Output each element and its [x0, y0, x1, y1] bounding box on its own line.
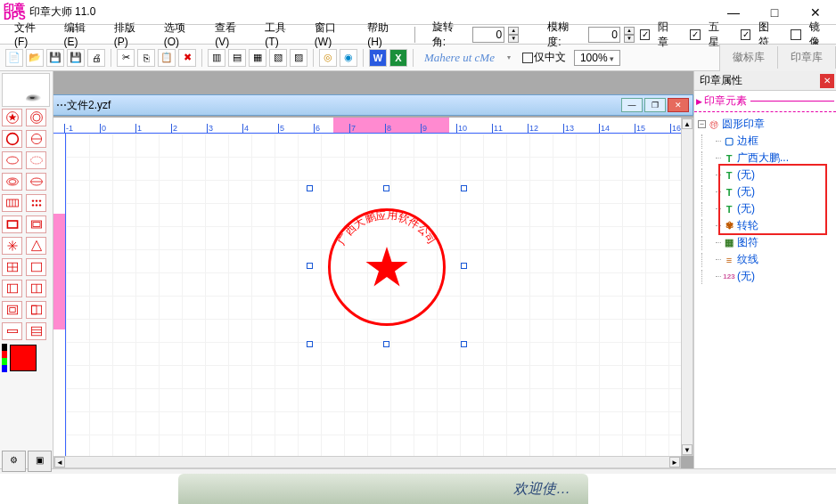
panel-close-icon[interactable]: ✕: [820, 74, 834, 88]
check-onlycn[interactable]: 仅中文: [522, 50, 566, 65]
blur-spinner[interactable]: ▲▼: [624, 27, 635, 43]
tool-box1-icon[interactable]: [2, 301, 22, 319]
app-logo: 印章DPS: [4, 4, 26, 20]
tree-item[interactable]: (无): [737, 269, 755, 284]
tool-ell3-icon[interactable]: [2, 173, 22, 191]
svg-rect-29: [7, 284, 17, 293]
svg-point-21: [38, 204, 40, 206]
tool-gridb-icon[interactable]: [26, 322, 46, 340]
tree-item[interactable]: 纹线: [737, 252, 758, 267]
rotate-input[interactable]: [472, 27, 504, 43]
menu-options[interactable]: 选项(O): [157, 19, 206, 50]
print-icon[interactable]: 🖨: [87, 49, 105, 67]
document-title: ⋯文件2.yzf: [56, 98, 111, 113]
menu-view[interactable]: 查看(V): [208, 19, 256, 50]
tree-root[interactable]: 圆形印章: [722, 117, 765, 132]
tree-item[interactable]: (无): [737, 184, 755, 199]
eff2-icon[interactable]: ◉: [340, 49, 357, 67]
status-btn1[interactable]: ⚙: [2, 451, 26, 472]
tree-collapse-icon[interactable]: −: [698, 120, 706, 128]
tool-ell1-icon[interactable]: [2, 151, 22, 169]
tool-ring-icon[interactable]: [26, 109, 46, 126]
star-icon: [365, 245, 409, 289]
tree-item-icon: T: [723, 204, 735, 215]
align5-icon[interactable]: ▨: [290, 49, 307, 67]
save-icon[interactable]: 💾: [46, 49, 64, 67]
tool-ell2-icon[interactable]: [26, 151, 46, 169]
tool-cross-icon[interactable]: [2, 258, 22, 276]
color-picker[interactable]: [2, 344, 51, 372]
font-dd-arrow[interactable]: ▾: [507, 53, 511, 61]
tool-barh-icon[interactable]: [2, 322, 22, 340]
paste-icon[interactable]: 📋: [158, 49, 176, 67]
align3-icon[interactable]: ▦: [249, 49, 266, 67]
menu-help[interactable]: 帮助(H): [360, 19, 409, 50]
mdi-close-icon[interactable]: ✕: [668, 98, 689, 112]
svg-point-16: [31, 199, 33, 201]
svg-rect-28: [31, 263, 41, 272]
cut-icon[interactable]: ✂: [117, 49, 135, 67]
seal-object[interactable]: 广西大鹏应用软件公司: [328, 208, 446, 326]
check-yang[interactable]: ✓阳章: [640, 18, 685, 52]
scrollbar-horizontal[interactable]: ◄►: [53, 456, 681, 468]
align1-icon[interactable]: ▥: [208, 49, 225, 67]
tool-box2-icon[interactable]: [26, 301, 46, 319]
mdi-restore-icon[interactable]: ❐: [644, 98, 666, 112]
menu-layout[interactable]: 排版(P): [107, 19, 155, 50]
selection-box[interactable]: 广西大鹏应用软件公司: [310, 189, 463, 344]
tool-grid-icon[interactable]: [2, 194, 22, 212]
canvas[interactable]: 广西大鹏应用软件公司: [66, 134, 681, 456]
word-icon[interactable]: W: [369, 49, 387, 67]
svg-rect-38: [31, 327, 41, 336]
tree-item[interactable]: 转轮: [737, 218, 758, 233]
tool-rect1-icon[interactable]: [2, 215, 22, 233]
tool-line-icon[interactable]: [26, 258, 46, 276]
menu-file[interactable]: 文件(F): [7, 19, 55, 50]
element-tree[interactable]: −㊞圆形印章 ▢边框T广西大鹏...T(无)T(无)T(无)✾转轮▦图符≡纹线1…: [694, 112, 836, 468]
tool-rect2-icon[interactable]: [26, 215, 46, 233]
tab-logolib[interactable]: 徽标库: [720, 46, 778, 69]
align2-icon[interactable]: ▤: [228, 49, 246, 67]
svg-rect-22: [7, 221, 17, 228]
ruler-vertical[interactable]: [53, 134, 66, 456]
blur-input[interactable]: [588, 27, 620, 43]
tool-dots-icon[interactable]: [26, 194, 46, 212]
svg-point-7: [30, 157, 42, 164]
new-icon[interactable]: 📄: [5, 49, 23, 67]
status-btn2[interactable]: ▣: [28, 451, 52, 472]
svg-rect-36: [31, 305, 37, 314]
open-icon[interactable]: 📂: [26, 49, 44, 67]
menu-tools[interactable]: 工具(T): [258, 19, 306, 50]
copy-icon[interactable]: ⎘: [137, 49, 155, 67]
tool-palette: [2, 109, 51, 340]
tool-ell4-icon[interactable]: [26, 173, 46, 191]
ruler-horizontal[interactable]: -1012345678910111213141516: [53, 118, 681, 134]
tree-item[interactable]: (无): [737, 167, 755, 183]
align4-icon[interactable]: ▧: [269, 49, 287, 67]
excel-icon[interactable]: X: [389, 49, 407, 67]
saveas-icon[interactable]: 💾: [67, 49, 85, 67]
panel-title: 印章属性: [700, 73, 742, 88]
zoom-select[interactable]: 100%: [574, 50, 620, 66]
eff1-icon[interactable]: ◎: [319, 49, 337, 67]
tab-seallib[interactable]: 印章库: [778, 46, 836, 69]
menu-window[interactable]: 窗口(W): [307, 19, 358, 50]
tree-item[interactable]: 图符: [737, 235, 758, 250]
tool-circ1-icon[interactable]: [2, 130, 22, 148]
tool-split1-icon[interactable]: [2, 280, 22, 297]
tree-item[interactable]: 广西大鹏...: [737, 150, 789, 166]
document-titlebar[interactable]: ⋯文件2.yzf — ❐ ✕: [53, 94, 693, 116]
rotate-spinner[interactable]: ▲▼: [508, 27, 519, 43]
tool-star-icon[interactable]: [2, 109, 22, 126]
tool-diam-icon[interactable]: [2, 237, 22, 255]
tool-split2-icon[interactable]: [26, 280, 46, 297]
delete-icon[interactable]: ✖: [178, 49, 196, 67]
tool-tri-icon[interactable]: [26, 237, 46, 255]
mdi-min-icon[interactable]: —: [621, 98, 643, 112]
tree-item[interactable]: (无): [737, 201, 755, 216]
svg-point-20: [35, 204, 37, 206]
tool-circ2-icon[interactable]: [26, 130, 46, 148]
menu-edit[interactable]: 编辑(E): [57, 19, 105, 50]
scrollbar-vertical[interactable]: ▲▼: [681, 118, 693, 456]
tree-item[interactable]: 边框: [737, 134, 758, 149]
